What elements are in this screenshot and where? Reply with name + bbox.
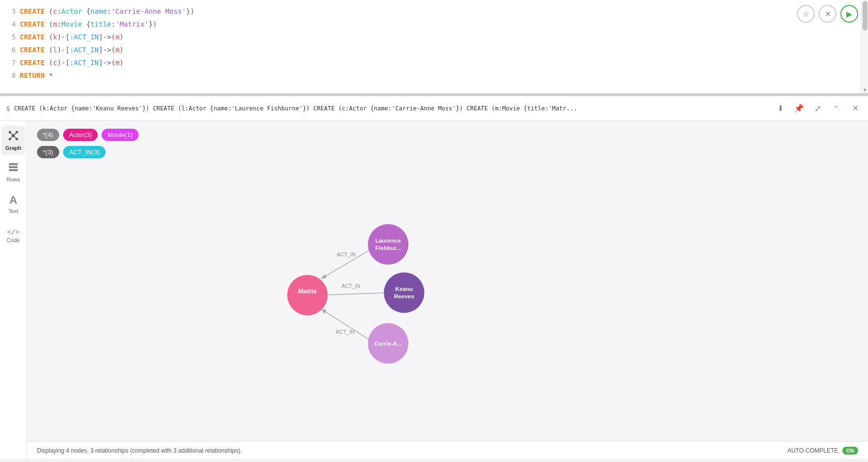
run-button[interactable]: ▶ [840, 5, 858, 23]
edge-label-carrie-matrix: ACT_IN [336, 329, 355, 335]
tag-actor[interactable]: Actor(3) [63, 129, 98, 141]
code-line-4: CREATE (m:Movie {title:'Matrix'}) [20, 18, 838, 31]
keyword-create: CREATE [20, 18, 45, 31]
collapse-icon-button[interactable]: ⌃ [830, 102, 843, 115]
code-line-5: CREATE (k)-[:ACT_IN]->(m) [20, 31, 838, 43]
node-keanu-label-1: Keanu [395, 285, 413, 292]
autocomplete-label: AUTO-COMPLETE [787, 447, 838, 454]
keyword-create: CREATE [20, 31, 45, 43]
code-line-6: CREATE (l)-[:ACT_IN]->(m) [20, 43, 838, 56]
keyword-create: CREATE [20, 43, 45, 56]
svg-rect-11 [9, 169, 18, 171]
editor-icons: ☆ ✕ ▶ [797, 5, 858, 23]
download-icon: ⬇ [777, 104, 784, 113]
sidebar-item-code[interactable]: </> Code [1, 220, 25, 250]
code-content[interactable]: CREATE (c:Actor {name:'Carrie-Anne Moss'… [20, 5, 868, 88]
node-keanu-label-2: Reeves [394, 293, 415, 299]
edge-carrie-matrix [322, 310, 375, 344]
pin-icon-button[interactable]: 📌 [792, 102, 806, 115]
close-button[interactable]: ✕ [819, 5, 836, 23]
tag-all-nodes[interactable]: *(4) [37, 129, 59, 141]
sidebar-item-text-label: Text [8, 208, 18, 214]
collapse-icon: ⌃ [833, 105, 839, 112]
line-numbers: 3 4 5 6 7 8 [0, 5, 20, 88]
edge-label-keanu-matrix: ACT_IN [341, 283, 360, 289]
status-message: Displaying 4 nodes, 3 relationships (com… [37, 447, 242, 454]
code-line-3: CREATE (c:Actor {name:'Carrie-Anne Moss'… [20, 5, 838, 18]
close-icon: ✕ [825, 9, 831, 19]
svg-line-6 [13, 132, 17, 136]
edge-label-laurence-matrix: ACT_IN [337, 251, 356, 257]
sidebar: Graph Rows A Text </> Code [0, 121, 27, 459]
tag-act-in[interactable]: ACT_IN(3) [63, 146, 106, 158]
sidebar-item-code-label: Code [7, 237, 20, 243]
sidebar-item-graph[interactable]: Graph [1, 126, 25, 155]
star-button[interactable]: ☆ [797, 5, 815, 23]
sidebar-item-text[interactable]: A Text [1, 189, 25, 218]
svg-rect-10 [9, 166, 18, 168]
graph-icon [8, 130, 19, 143]
graph-area: *(4) Actor(3) Movie(1) *(3) ACT_IN(3) AC… [27, 121, 868, 459]
play-icon: ▶ [846, 9, 852, 19]
tags-row-1: *(4) Actor(3) Movie(1) [37, 129, 858, 141]
svg-line-7 [10, 136, 13, 139]
expand-icon: ⤢ [814, 103, 822, 114]
keyword-create: CREATE [20, 5, 45, 18]
svg-line-8 [13, 136, 17, 139]
node-carrie-label: Carrie-A... [374, 340, 402, 347]
scrollbar-thumb[interactable] [863, 1, 868, 31]
rows-icon [8, 162, 19, 175]
tag-movie[interactable]: Movie(1) [102, 129, 139, 141]
graph-canvas: ACT_IN ACT_IN ACT_IN Matrix K [37, 163, 858, 451]
download-icon-button[interactable]: ⬇ [773, 102, 787, 115]
svg-rect-9 [9, 163, 18, 165]
scrollbar-arrow-down[interactable]: ▼ [862, 86, 868, 93]
svg-line-5 [10, 132, 13, 136]
result-area: Graph Rows A Text </> Code *(4) Actor( [0, 121, 868, 459]
autocomplete-state[interactable]: ON [842, 447, 859, 455]
node-laurence-label-1: Laurence [375, 237, 401, 244]
node-matrix[interactable] [287, 275, 327, 315]
sidebar-item-rows[interactable]: Rows [1, 157, 25, 187]
keyword-return: RETURN [20, 69, 45, 82]
code-editor: 3 4 5 6 7 8 CREATE (c:Actor {name:'Carri… [0, 0, 868, 96]
editor-scrollbar[interactable]: ▲ ▼ [861, 0, 868, 93]
text-icon: A [9, 194, 17, 207]
expand-icon-button[interactable]: ⤢ [811, 102, 825, 115]
status-bar: Displaying 4 nodes, 3 relationships (com… [27, 441, 868, 459]
query-bar: $ CREATE (k:Actor {name:'Keanu Reeves'})… [0, 96, 868, 121]
node-matrix-label: Matrix [298, 287, 317, 295]
sidebar-item-graph-label: Graph [5, 145, 21, 151]
dismiss-icon: ✕ [852, 104, 859, 113]
code-icon: </> [7, 228, 19, 236]
pin-icon: 📌 [794, 104, 804, 113]
query-text: CREATE (k:Actor {name:'Keanu Reeves'}) C… [14, 105, 769, 112]
code-line-7: CREATE (c)-[:ACT_IN]->(m) [20, 56, 838, 69]
code-line-8: RETURN * [20, 69, 838, 82]
edge-keanu-matrix [322, 293, 390, 295]
dismiss-icon-button[interactable]: ✕ [848, 102, 862, 115]
star-icon: ☆ [802, 9, 809, 19]
tags-row-2: *(3) ACT_IN(3) [37, 146, 858, 158]
node-laurence-label-2: Fishbur... [375, 245, 401, 251]
query-actions: ⬇ 📌 ⤢ ⌃ ✕ [773, 102, 862, 115]
graph-svg: ACT_IN ACT_IN ACT_IN Matrix K [37, 163, 858, 451]
sidebar-item-rows-label: Rows [6, 177, 20, 182]
keyword-create: CREATE [20, 56, 45, 69]
tag-all-rels[interactable]: *(3) [37, 146, 59, 158]
query-dollar: $ [6, 105, 10, 112]
autocomplete-toggle[interactable]: AUTO-COMPLETE ON [787, 447, 858, 455]
